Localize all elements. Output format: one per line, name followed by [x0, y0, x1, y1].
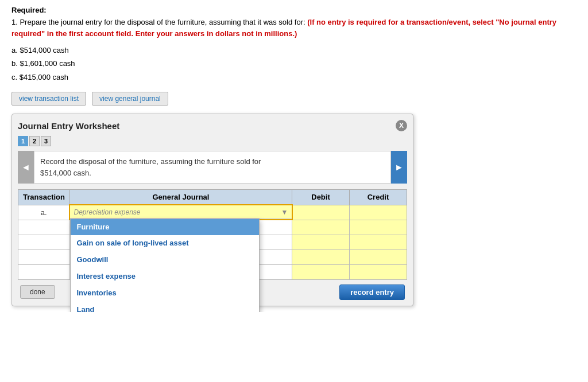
case-c: c. $415,000 cash [11, 71, 577, 84]
col-transaction: Transaction [18, 190, 70, 205]
debit-cell-5[interactable] [292, 264, 350, 279]
view-transaction-button[interactable]: view transaction list [11, 92, 86, 106]
debit-input-2[interactable] [292, 220, 349, 235]
instruction-text: 1. Prepare the journal entry for the dis… [11, 17, 577, 39]
dropdown-item-gain[interactable]: Gain on sale of long-lived asset [71, 235, 259, 252]
instruction-part1: 1. Prepare the journal entry for the dis… [11, 18, 307, 26]
description-row: ◄ Record the disposal of the furniture, … [18, 151, 407, 184]
journal-entry-worksheet: Journal Entry Worksheet X 1 2 3 ◄ Record… [11, 114, 413, 306]
credit-input-5[interactable] [350, 265, 407, 279]
cases-list: a. $514,000 cash b. $1,601,000 cash c. $… [11, 44, 577, 84]
dropdown-container: Depreciation expense ▼ Furniture Gain on… [70, 206, 291, 219]
credit-input-1[interactable] [350, 205, 407, 220]
debit-cell-4[interactable] [292, 250, 350, 264]
journal-table: Transaction General Journal Debit Credit… [18, 189, 407, 280]
done-button[interactable]: done [20, 285, 55, 299]
dropdown-list[interactable]: Furniture Gain on sale of long-lived ass… [70, 219, 260, 312]
credit-input-3[interactable] [350, 235, 407, 250]
dropdown-item-goodwill[interactable]: Goodwill [71, 252, 259, 268]
table-container: Transaction General Journal Debit Credit… [18, 189, 407, 280]
debit-cell-2[interactable] [292, 220, 350, 235]
debit-input-4[interactable] [292, 250, 349, 264]
dropdown-trigger[interactable]: Depreciation expense ▼ [70, 206, 291, 219]
credit-cell-5[interactable] [350, 264, 407, 279]
gj-cell-dropdown[interactable]: Depreciation expense ▼ Furniture Gain on… [69, 205, 292, 220]
nav-right-arrow[interactable]: ► [391, 151, 407, 184]
credit-cell-2[interactable] [350, 220, 407, 235]
transaction-cell: a. [18, 205, 70, 220]
button-row: view transaction list view general journ… [11, 92, 577, 106]
nav-left-arrow[interactable]: ◄ [18, 151, 34, 184]
credit-input-2[interactable] [350, 220, 407, 235]
required-header: Required: [11, 6, 577, 14]
dropdown-item-furniture[interactable]: Furniture [71, 219, 259, 236]
col-credit: Credit [350, 190, 407, 205]
step-3[interactable]: 3 [41, 136, 51, 146]
dropdown-item-land[interactable]: Land [71, 302, 259, 312]
description-text: Record the disposal of the furniture, as… [34, 151, 391, 184]
col-debit: Debit [292, 190, 350, 205]
credit-input-4[interactable] [350, 250, 407, 264]
transaction-cell [18, 235, 70, 250]
case-b: b. $1,601,000 cash [11, 57, 577, 70]
debit-input-1[interactable] [293, 205, 350, 220]
credit-cell-4[interactable] [350, 250, 407, 264]
view-journal-button[interactable]: view general journal [92, 92, 168, 106]
transaction-cell [18, 220, 70, 235]
case-a: a. $514,000 cash [11, 44, 577, 57]
table-row: a. Depreciation expense ▼ Furniture Gain… [18, 205, 407, 220]
credit-cell-1[interactable] [350, 205, 407, 220]
step-indicators: 1 2 3 [18, 136, 407, 146]
debit-input-5[interactable] [292, 265, 349, 279]
modal-header: Journal Entry Worksheet X [18, 120, 407, 131]
dropdown-item-inventories[interactable]: Inventories [71, 285, 259, 302]
step-1[interactable]: 1 [18, 136, 28, 146]
step-2[interactable]: 2 [29, 136, 40, 146]
dropdown-item-interest[interactable]: Interest expense [71, 268, 259, 285]
col-general-journal: General Journal [69, 190, 292, 205]
debit-input-3[interactable] [292, 235, 349, 250]
dropdown-placeholder: Depreciation expense [74, 208, 140, 216]
close-button[interactable]: X [396, 120, 407, 131]
debit-cell-1[interactable] [292, 205, 350, 220]
credit-cell-3[interactable] [350, 235, 407, 250]
dropdown-arrow-icon: ▼ [281, 208, 288, 216]
record-entry-button[interactable]: record entry [339, 284, 405, 300]
transaction-cell [18, 250, 70, 264]
debit-cell-3[interactable] [292, 235, 350, 250]
transaction-cell [18, 264, 70, 279]
modal-title: Journal Entry Worksheet [18, 121, 119, 131]
